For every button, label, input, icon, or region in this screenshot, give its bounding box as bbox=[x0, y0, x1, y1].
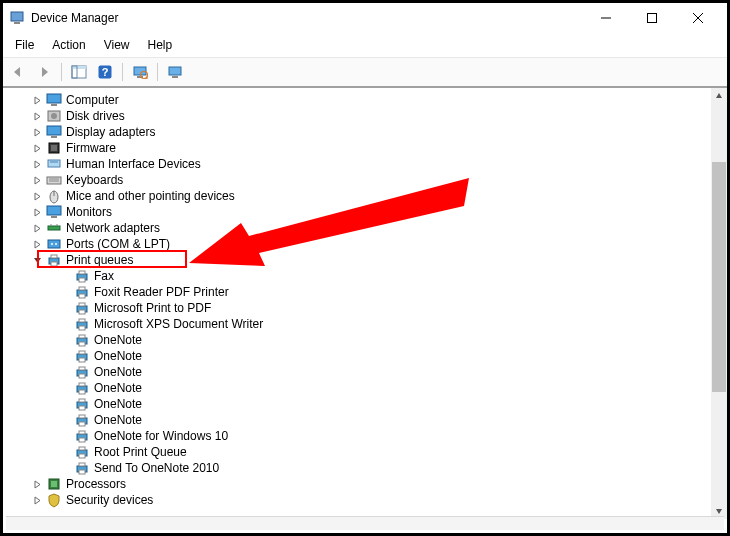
printer-icon bbox=[74, 444, 90, 460]
expand-icon[interactable] bbox=[31, 206, 43, 218]
close-button[interactable] bbox=[675, 3, 721, 33]
tree-node[interactable]: Human Interface Devices bbox=[3, 156, 727, 172]
minimize-button[interactable] bbox=[583, 3, 629, 33]
tree-node-label: Display adapters bbox=[66, 124, 155, 140]
cpu-icon bbox=[46, 476, 62, 492]
statusbar bbox=[6, 516, 724, 530]
expand-icon[interactable] bbox=[31, 238, 43, 250]
scroll-thumb[interactable] bbox=[712, 162, 726, 392]
tree-node[interactable]: Fax bbox=[3, 268, 727, 284]
tree-node-label: Microsoft XPS Document Writer bbox=[94, 316, 263, 332]
tree-node[interactable]: Root Print Queue bbox=[3, 444, 727, 460]
maximize-button[interactable] bbox=[629, 3, 675, 33]
tree-node[interactable]: Monitors bbox=[3, 204, 727, 220]
tree-node[interactable]: OneNote bbox=[3, 396, 727, 412]
collapse-icon[interactable] bbox=[31, 254, 43, 266]
svg-rect-80 bbox=[79, 463, 85, 466]
tree-node-label: Disk drives bbox=[66, 108, 125, 124]
tree-node-label: Root Print Queue bbox=[94, 444, 187, 460]
toolbar-separator bbox=[122, 63, 123, 81]
menu-action[interactable]: Action bbox=[44, 35, 93, 55]
tree-node-label: OneNote bbox=[94, 412, 142, 428]
svg-rect-16 bbox=[172, 76, 178, 78]
svg-rect-51 bbox=[79, 310, 85, 314]
menu-help[interactable]: Help bbox=[140, 35, 181, 55]
vertical-scrollbar[interactable] bbox=[711, 88, 727, 519]
svg-rect-32 bbox=[47, 206, 61, 215]
tree-node[interactable]: Print queues bbox=[3, 252, 727, 268]
svg-rect-83 bbox=[51, 481, 57, 487]
menu-view[interactable]: View bbox=[96, 35, 138, 55]
expand-icon[interactable] bbox=[31, 494, 43, 506]
tree-node[interactable]: Network adapters bbox=[3, 220, 727, 236]
tree-node[interactable]: Microsoft XPS Document Writer bbox=[3, 316, 727, 332]
tree-node[interactable]: Keyboards bbox=[3, 172, 727, 188]
tree-node-label: Security devices bbox=[66, 492, 153, 508]
tree-node-label: Keyboards bbox=[66, 172, 123, 188]
menu-file[interactable]: File bbox=[7, 35, 42, 55]
printer-icon bbox=[74, 332, 90, 348]
tree-node[interactable]: Firmware bbox=[3, 140, 727, 156]
tree-node[interactable]: OneNote bbox=[3, 380, 727, 396]
svg-rect-15 bbox=[169, 67, 181, 75]
printer-icon bbox=[74, 396, 90, 412]
forward-button[interactable] bbox=[33, 61, 55, 83]
mouse-icon bbox=[46, 188, 62, 204]
tree-node-label: Human Interface Devices bbox=[66, 156, 201, 172]
toolbar-separator bbox=[157, 63, 158, 81]
tree-node[interactable]: Microsoft Print to PDF bbox=[3, 300, 727, 316]
svg-rect-81 bbox=[79, 470, 85, 474]
printer-icon bbox=[74, 380, 90, 396]
back-button[interactable] bbox=[7, 61, 29, 83]
svg-text:?: ? bbox=[102, 66, 109, 78]
hid-icon bbox=[46, 156, 62, 172]
expand-icon[interactable] bbox=[31, 94, 43, 106]
toolbar-separator bbox=[61, 63, 62, 81]
tree-node[interactable]: Computer bbox=[3, 92, 727, 108]
tree-node-label: Computer bbox=[66, 92, 119, 108]
printer-icon bbox=[74, 284, 90, 300]
device-tree[interactable]: ComputerDisk drivesDisplay adaptersFirmw… bbox=[3, 88, 727, 519]
svg-rect-37 bbox=[48, 240, 60, 248]
tree-node-label: Print queues bbox=[66, 252, 133, 268]
tree-node-label: Ports (COM & LPT) bbox=[66, 236, 170, 252]
tree-node[interactable]: Foxit Reader PDF Printer bbox=[3, 284, 727, 300]
tree-node[interactable]: Send To OneNote 2010 bbox=[3, 460, 727, 476]
tree-node[interactable]: OneNote bbox=[3, 412, 727, 428]
svg-rect-60 bbox=[79, 358, 85, 362]
tree-node-label: Microsoft Print to PDF bbox=[94, 300, 211, 316]
help-button[interactable]: ? bbox=[94, 61, 116, 83]
svg-point-39 bbox=[55, 243, 57, 245]
expand-icon[interactable] bbox=[31, 158, 43, 170]
svg-rect-45 bbox=[79, 278, 85, 282]
tree-node[interactable]: OneNote for Windows 10 bbox=[3, 428, 727, 444]
svg-rect-25 bbox=[48, 160, 60, 167]
expand-icon[interactable] bbox=[31, 222, 43, 234]
tree-node[interactable]: Mice and other pointing devices bbox=[3, 188, 727, 204]
tree-node[interactable]: OneNote bbox=[3, 348, 727, 364]
expand-icon[interactable] bbox=[31, 126, 43, 138]
tree-node-label: OneNote bbox=[94, 364, 142, 380]
tree-node[interactable]: OneNote bbox=[3, 332, 727, 348]
printer-icon bbox=[74, 316, 90, 332]
svg-rect-24 bbox=[51, 145, 57, 151]
monitor-icon bbox=[46, 92, 62, 108]
expand-icon[interactable] bbox=[31, 110, 43, 122]
menubar: File Action View Help bbox=[3, 33, 727, 58]
tree-node[interactable]: Security devices bbox=[3, 492, 727, 508]
expand-icon[interactable] bbox=[31, 142, 43, 154]
tree-node[interactable]: Processors bbox=[3, 476, 727, 492]
tree-node-label: Fax bbox=[94, 268, 114, 284]
devices-printers-button[interactable] bbox=[164, 61, 186, 83]
svg-rect-17 bbox=[47, 94, 61, 103]
expand-icon[interactable] bbox=[31, 174, 43, 186]
scan-hardware-button[interactable] bbox=[129, 61, 151, 83]
scroll-up-button[interactable] bbox=[711, 88, 727, 104]
tree-node[interactable]: Ports (COM & LPT) bbox=[3, 236, 727, 252]
tree-node[interactable]: OneNote bbox=[3, 364, 727, 380]
show-hide-console-button[interactable] bbox=[68, 61, 90, 83]
tree-node[interactable]: Disk drives bbox=[3, 108, 727, 124]
expand-icon[interactable] bbox=[31, 190, 43, 202]
tree-node[interactable]: Display adapters bbox=[3, 124, 727, 140]
expand-icon[interactable] bbox=[31, 478, 43, 490]
